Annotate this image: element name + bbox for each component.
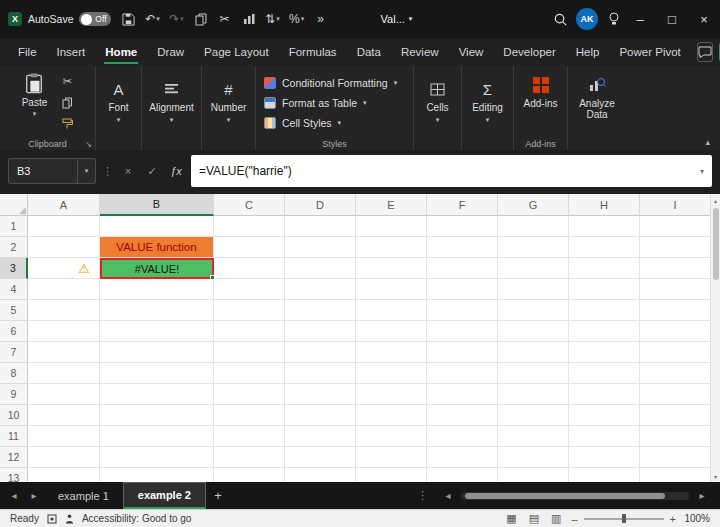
chart-icon[interactable] <box>239 7 259 31</box>
cell-F12[interactable] <box>427 447 498 468</box>
cell-B13[interactable] <box>100 468 214 482</box>
cell-B10[interactable] <box>100 405 214 426</box>
name-box[interactable]: B3 ▾ <box>8 158 96 184</box>
sheet-tab-example-1[interactable]: example 1 <box>44 482 123 509</box>
cell-A4[interactable] <box>28 279 100 300</box>
cell-G8[interactable] <box>498 363 569 384</box>
cell-B12[interactable] <box>100 447 214 468</box>
row-header-3[interactable]: 3 <box>0 258 28 279</box>
cell-B4[interactable] <box>100 279 214 300</box>
vertical-scroll-thumb[interactable] <box>713 208 719 280</box>
cell-F7[interactable] <box>427 342 498 363</box>
expand-formula-bar-icon[interactable]: ▾ <box>700 167 704 176</box>
styles-item-cell-styles[interactable]: Cell Styles▾ <box>264 113 341 132</box>
ribbon-tab-power-pivot[interactable]: Power Pivot <box>609 40 690 64</box>
new-sheet-button[interactable]: + <box>206 488 230 503</box>
ribbon-tab-review[interactable]: Review <box>391 40 449 64</box>
cell-G4[interactable] <box>498 279 569 300</box>
cell-A6[interactable] <box>28 321 100 342</box>
sheet-options-icon[interactable]: ⋮ <box>417 489 428 502</box>
cell-I10[interactable] <box>640 405 710 426</box>
copilot-icon[interactable] <box>604 7 624 31</box>
cell-G11[interactable] <box>498 426 569 447</box>
cell-D2[interactable] <box>285 237 356 258</box>
cell-D8[interactable] <box>285 363 356 384</box>
column-header-D[interactable]: D <box>285 194 356 216</box>
cell-E4[interactable] <box>356 279 427 300</box>
horizontal-scrollbar[interactable]: ◂ ▸ <box>438 490 712 501</box>
vertical-scrollbar[interactable]: ▴ ▾ <box>710 194 720 482</box>
cell-H2[interactable] <box>569 237 640 258</box>
accessibility-status[interactable]: Accessibility: Good to go <box>82 513 192 524</box>
cell-E3[interactable] <box>356 258 427 279</box>
scroll-down-icon[interactable]: ▾ <box>714 470 717 482</box>
cell-A5[interactable] <box>28 300 100 321</box>
cell-C12[interactable] <box>214 447 285 468</box>
cell-A2[interactable] <box>28 237 100 258</box>
cell-H5[interactable] <box>569 300 640 321</box>
cut-icon[interactable]: ✂ <box>215 7 235 31</box>
cell-F13[interactable] <box>427 468 498 482</box>
cell-I4[interactable] <box>640 279 710 300</box>
row-header-4[interactable]: 4 <box>0 279 28 300</box>
hscroll-right-icon[interactable]: ▸ <box>692 490 712 501</box>
column-header-B[interactable]: B <box>100 194 214 216</box>
ribbon-tab-home[interactable]: Home <box>95 40 147 64</box>
cell-H4[interactable] <box>569 279 640 300</box>
page-break-view-icon[interactable]: ▥ <box>549 512 563 525</box>
formula-bar-drag-handle[interactable]: ⋮ <box>102 165 113 178</box>
cell-A13[interactable] <box>28 468 100 482</box>
cell-B8[interactable] <box>100 363 214 384</box>
cell-B6[interactable] <box>100 321 214 342</box>
cell-H8[interactable] <box>569 363 640 384</box>
cell-B2[interactable]: VALUE function <box>100 237 214 258</box>
cell-C6[interactable] <box>214 321 285 342</box>
insert-function-icon[interactable]: ƒx <box>167 160 185 182</box>
autosave-toggle[interactable]: Off <box>79 12 111 26</box>
cell-I6[interactable] <box>640 321 710 342</box>
sort-icon[interactable]: ⇅▾ <box>263 7 283 31</box>
row-header-1[interactable]: 1 <box>0 216 28 237</box>
cell-B9[interactable] <box>100 384 214 405</box>
cell-I8[interactable] <box>640 363 710 384</box>
row-header-7[interactable]: 7 <box>0 342 28 363</box>
cell-D1[interactable] <box>285 216 356 237</box>
cell-A7[interactable] <box>28 342 100 363</box>
cell-F2[interactable] <box>427 237 498 258</box>
row-header-6[interactable]: 6 <box>0 321 28 342</box>
analyze-data-button[interactable]: Analyze Data <box>570 70 624 122</box>
ribbon-tab-help[interactable]: Help <box>566 40 610 64</box>
cell-G2[interactable] <box>498 237 569 258</box>
copy-icon[interactable] <box>57 94 77 111</box>
cell-F10[interactable] <box>427 405 498 426</box>
cell-C4[interactable] <box>214 279 285 300</box>
cell-G5[interactable] <box>498 300 569 321</box>
horizontal-scroll-thumb[interactable] <box>465 493 665 499</box>
ribbon-tab-view[interactable]: View <box>449 40 494 64</box>
styles-item-format-as-table[interactable]: Format as Table▾ <box>264 93 367 112</box>
cell-C7[interactable] <box>214 342 285 363</box>
row-header-12[interactable]: 12 <box>0 447 28 468</box>
cell-F11[interactable] <box>427 426 498 447</box>
cells-group-button[interactable]: Cells ▾ <box>426 70 448 124</box>
column-header-A[interactable]: A <box>28 194 100 216</box>
page-layout-view-icon[interactable]: ▤ <box>527 512 541 525</box>
ribbon-tab-developer[interactable]: Developer <box>493 40 565 64</box>
column-header-G[interactable]: G <box>498 194 569 216</box>
cell-C10[interactable] <box>214 405 285 426</box>
maximize-button[interactable]: □ <box>656 0 688 38</box>
cell-B1[interactable] <box>100 216 214 237</box>
cell-H1[interactable] <box>569 216 640 237</box>
cell-D11[interactable] <box>285 426 356 447</box>
cell-I3[interactable] <box>640 258 710 279</box>
search-icon[interactable] <box>550 7 570 31</box>
cell-C13[interactable] <box>214 468 285 482</box>
cell-H12[interactable] <box>569 447 640 468</box>
cancel-entry-icon[interactable]: × <box>119 160 137 182</box>
addins-button[interactable]: Add-ins <box>520 70 562 111</box>
cell-E13[interactable] <box>356 468 427 482</box>
cell-E1[interactable] <box>356 216 427 237</box>
cell-I11[interactable] <box>640 426 710 447</box>
confirm-entry-icon[interactable]: ✓ <box>143 160 161 182</box>
cell-H7[interactable] <box>569 342 640 363</box>
